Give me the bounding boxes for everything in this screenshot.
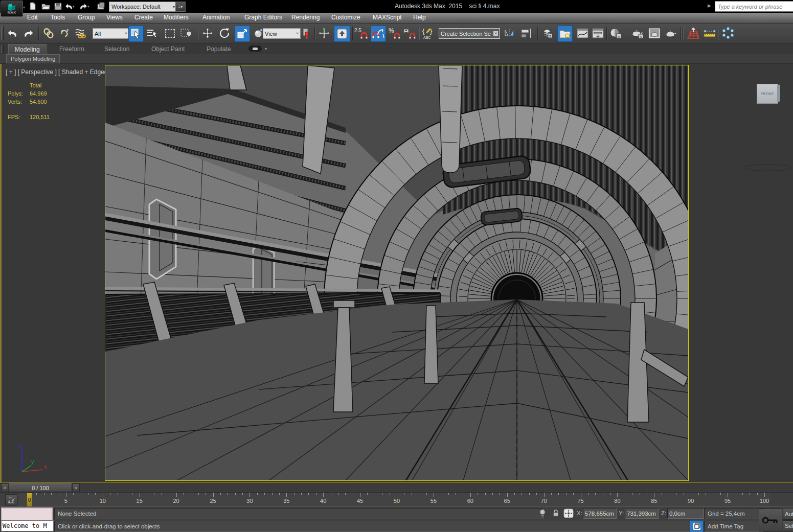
menu-item-customize[interactable]: Customize xyxy=(331,14,360,21)
set-key-button[interactable]: Set xyxy=(783,520,793,531)
select-by-name-button[interactable] xyxy=(145,26,160,41)
menu-item-modifiers[interactable]: Modifiers xyxy=(164,14,189,21)
mini-curve-editor-button[interactable] xyxy=(5,494,17,505)
ruler-label-30: 30 xyxy=(246,498,253,504)
adaptive-degradation-icon[interactable] xyxy=(539,509,546,518)
new-file-button[interactable] xyxy=(27,1,38,11)
tab-freeform[interactable]: Freeform xyxy=(59,44,84,54)
viewport-area[interactable]: [ + ] [ Perspective ] [ Shaded + Edged F… xyxy=(0,64,793,483)
menu-item-maxscript[interactable]: MAXScript xyxy=(373,14,402,21)
mirror-button[interactable] xyxy=(503,26,517,41)
workspace-menu-button[interactable]: ≡▾ xyxy=(175,2,186,12)
viewport-canvas[interactable] xyxy=(105,65,689,481)
open-file-button[interactable] xyxy=(40,1,51,11)
viewcube-side-face[interactable] xyxy=(777,84,780,102)
next-frame-button[interactable]: > xyxy=(72,483,80,492)
application-menu-button[interactable]: MAX xyxy=(1,1,23,17)
x-coordinate-field[interactable]: 578,655cm xyxy=(583,508,617,519)
tab-object-paint[interactable]: Object Paint xyxy=(151,44,185,54)
search-expand-icon[interactable]: ▶ xyxy=(708,3,711,8)
menu-item-group[interactable]: Group xyxy=(78,14,95,21)
window-crossing-toggle-button[interactable] xyxy=(179,26,194,41)
isolate-selection-icon xyxy=(693,522,701,530)
set-keys-button[interactable] xyxy=(759,508,782,531)
bind-to-space-warp-button[interactable] xyxy=(74,26,88,41)
time-slider-handle[interactable]: 0 / 100 xyxy=(9,483,72,492)
ruler-tick xyxy=(507,493,508,497)
redo-button[interactable] xyxy=(21,26,36,41)
menu-item-edit[interactable]: Edit xyxy=(27,14,38,21)
render-production-button[interactable] xyxy=(664,26,678,41)
tab-modeling[interactable]: Modeling xyxy=(8,44,47,54)
angle-snap-toggle-button[interactable] xyxy=(371,26,386,42)
save-button[interactable] xyxy=(52,1,63,11)
select-and-move-button[interactable] xyxy=(200,26,215,41)
toolbar-grip[interactable] xyxy=(1,26,4,40)
maxscript-mini-listener-macro[interactable] xyxy=(1,507,53,521)
menu-item-tools[interactable]: Tools xyxy=(51,14,65,21)
curve-editor-button[interactable] xyxy=(576,26,590,41)
ribbon-grip[interactable] xyxy=(1,45,4,53)
select-object-button[interactable] xyxy=(128,26,144,42)
manage-layers-button[interactable] xyxy=(540,26,554,41)
isolate-selection-toggle[interactable] xyxy=(690,520,704,532)
select-and-link-button[interactable] xyxy=(41,26,56,41)
select-and-place-button[interactable] xyxy=(317,26,331,41)
menu-item-create[interactable]: Create xyxy=(134,14,153,21)
menu-item-animation[interactable]: Animation xyxy=(202,14,230,21)
menu-item-views[interactable]: Views xyxy=(106,14,123,21)
named-selection-set-combo[interactable]: Create Selection Se˅ xyxy=(439,28,500,39)
rendered-frame-window-button[interactable] xyxy=(647,26,662,41)
menu-item-graph-editors[interactable]: Graph Editors xyxy=(244,14,282,21)
ribbon-overflow-icon[interactable] xyxy=(248,45,262,52)
timeline-playhead[interactable]: 0 xyxy=(27,493,32,507)
undo-button[interactable] xyxy=(5,26,19,41)
previous-frame-button[interactable]: < xyxy=(1,483,9,492)
material-editor-button[interactable] xyxy=(608,26,623,41)
civil-grid-button[interactable] xyxy=(686,26,700,41)
undo-dropdown-icon[interactable]: ▾ xyxy=(73,5,75,9)
ribbon-minimize-icon[interactable]: ▾ xyxy=(265,47,267,51)
maxscript-mini-listener[interactable]: Welcome to M xyxy=(1,520,54,531)
z-coordinate-field[interactable]: 0,0cm xyxy=(667,508,704,519)
viewcube[interactable]: FRONT xyxy=(757,84,778,104)
measure-distance-button[interactable] xyxy=(703,26,717,41)
menu-item-rendering[interactable]: Rendering xyxy=(291,14,320,21)
tab-populate[interactable]: Populate xyxy=(207,44,231,54)
schematic-view-button[interactable] xyxy=(591,26,605,41)
add-time-tag[interactable]: Add Time Tag xyxy=(704,521,763,532)
tab-selection[interactable]: Selection xyxy=(104,44,129,54)
rectangular-selection-region-button[interactable] xyxy=(163,26,177,41)
select-and-scale-button[interactable] xyxy=(235,26,250,42)
redo-dropdown-icon[interactable]: ▾ xyxy=(87,5,89,9)
reference-coordinate-dropdown[interactable]: View˅ xyxy=(263,28,301,39)
project-folder-button[interactable] xyxy=(95,1,106,11)
polygon-modeling-panel[interactable]: Polygon Modeling xyxy=(6,54,60,63)
selection-filter-dropdown[interactable]: All˅ xyxy=(93,28,129,39)
selection-lock-toggle[interactable] xyxy=(552,509,559,517)
spinner-snap-toggle-button[interactable] xyxy=(403,26,417,41)
percent-snap-toggle-button[interactable]: % xyxy=(388,26,402,41)
absolute-mode-transform-toggle[interactable] xyxy=(563,508,574,518)
use-pivot-center-button[interactable] xyxy=(299,26,313,41)
auto-key-button[interactable]: Auto xyxy=(783,508,793,520)
toggle-scene-explorer-button[interactable] xyxy=(557,26,573,42)
snaps-toggle-button[interactable]: 2.5 xyxy=(354,26,369,41)
keyboard-shortcut-override-button[interactable] xyxy=(334,26,350,42)
viewcube-compass[interactable] xyxy=(743,164,791,171)
ruler-tick xyxy=(404,493,404,495)
logo-dropdown-icon[interactable]: ▾ xyxy=(23,5,25,10)
unlink-selection-button[interactable]: ✼✼ xyxy=(58,26,72,41)
select-and-rotate-button[interactable] xyxy=(218,26,232,41)
particle-view-button[interactable] xyxy=(721,26,735,41)
track-bar[interactable]: 5101520253035404550556065707580859095100… xyxy=(0,492,793,507)
timeline-ruler[interactable]: 5101520253035404550556065707580859095100 xyxy=(18,493,770,507)
y-coordinate-field[interactable]: 731,393cm xyxy=(625,508,659,519)
render-setup-button[interactable] xyxy=(630,26,645,41)
menu-item-help[interactable]: Help xyxy=(413,14,426,21)
time-slider-row: < 0 / 100 > xyxy=(0,483,793,492)
workspace-selector[interactable]: Workspace: Default ▾ xyxy=(109,2,177,12)
edit-named-selection-sets-button[interactable]: {}ABC xyxy=(421,26,436,41)
align-button[interactable] xyxy=(519,26,534,41)
search-input[interactable]: Type a keyword or phrase xyxy=(715,1,793,12)
